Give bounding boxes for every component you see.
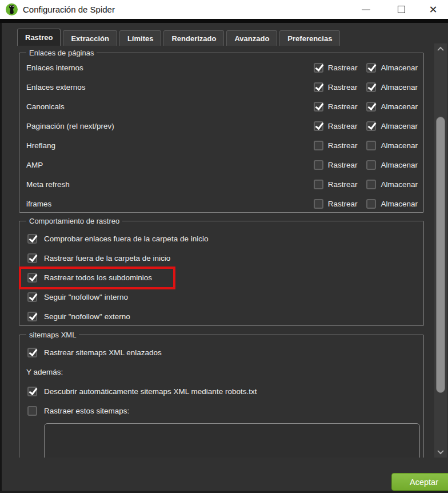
minimize-button[interactable] bbox=[353, 0, 378, 19]
scroll-up-button[interactable] bbox=[434, 45, 447, 54]
spider-configuration-dialog: Configuración de Spider ✕ Rastreo Extrac… bbox=[0, 0, 448, 493]
option-checkbox[interactable] bbox=[27, 273, 37, 283]
crawl-checkbox[interactable] bbox=[314, 199, 323, 209]
window-title: Configuración de Spider bbox=[23, 5, 115, 14]
store-checkbox-label: Almacenar bbox=[381, 161, 418, 169]
crawl-checkbox-label: Rastrear bbox=[328, 83, 358, 92]
titlebar: Configuración de Spider ✕ bbox=[0, 0, 448, 19]
crawl-checkbox-label: Rastrear bbox=[328, 122, 358, 130]
store-checkbox-label: Almacenar bbox=[381, 122, 418, 130]
store-checkbox[interactable] bbox=[366, 121, 376, 131]
store-checkbox-label: Almacenar bbox=[381, 83, 418, 92]
table-row: Enlaces externos Rastrear Almacenar bbox=[19, 77, 423, 97]
option-checkbox[interactable] bbox=[27, 292, 37, 302]
minimize-icon bbox=[362, 9, 370, 10]
crawl-checkbox[interactable] bbox=[314, 121, 323, 131]
option-label: Rastrear sitemaps XML enlazados bbox=[44, 348, 162, 357]
fieldset-legend: Enlaces de páginas bbox=[26, 48, 97, 58]
option-label: Rastrear todos los subdominios bbox=[44, 273, 152, 282]
sitemaps-textarea[interactable] bbox=[44, 423, 420, 458]
list-item: Seguir "nofollow" interno bbox=[19, 287, 423, 307]
option-label: Rastrear fuera de la carpeta de inicio bbox=[44, 254, 170, 263]
list-item: Rastrear sitemaps XML enlazados bbox=[19, 343, 423, 362]
table-row: iframes Rastrear Almacenar bbox=[19, 194, 423, 213]
option-checkbox[interactable] bbox=[27, 253, 37, 263]
tab-panel-rastreo: Enlaces de páginas Enlaces internos Rast… bbox=[2, 43, 448, 458]
screaming-frog-logo-icon bbox=[6, 3, 18, 15]
window-bottom-border bbox=[0, 491, 448, 493]
store-checkbox[interactable] bbox=[366, 82, 376, 92]
accept-button[interactable]: Aceptar bbox=[391, 473, 448, 491]
chevron-down-icon bbox=[437, 448, 443, 454]
close-icon: ✕ bbox=[429, 5, 437, 15]
table-row: Enlaces internos Rastrear Almacenar bbox=[19, 58, 423, 77]
fieldset-legend: sitemaps XML bbox=[26, 330, 79, 340]
crawl-checkbox-label: Rastrear bbox=[328, 102, 358, 111]
row-label: Enlaces internos bbox=[26, 63, 314, 72]
table-row: Meta refresh Rastrear Almacenar bbox=[19, 174, 423, 194]
list-item: Descubrir automáticamente sitemaps XML m… bbox=[19, 381, 423, 401]
option-checkbox[interactable] bbox=[27, 312, 37, 321]
list-item: Seguir "nofollow" externo bbox=[19, 307, 423, 326]
option-label: Rastraer estos sitemaps: bbox=[44, 407, 129, 415]
crawl-checkbox-label: Rastrear bbox=[328, 180, 358, 189]
option-checkbox[interactable] bbox=[27, 348, 37, 357]
row-label: Hreflang bbox=[26, 141, 314, 150]
store-checkbox-label: Almacenar bbox=[381, 102, 418, 111]
crawl-checkbox-label: Rastrear bbox=[328, 161, 358, 169]
crawl-checkbox-label: Rastrear bbox=[328, 63, 358, 72]
crawl-checkbox[interactable] bbox=[314, 102, 323, 112]
table-row: AMP Rastrear Almacenar bbox=[19, 155, 423, 174]
store-checkbox-label: Almacenar bbox=[381, 180, 418, 189]
row-label: Meta refresh bbox=[26, 180, 314, 189]
option-checkbox[interactable] bbox=[27, 387, 37, 396]
fieldset-legend: Comportamiento de rastreo bbox=[26, 216, 122, 226]
list-item: Comprobar enlaces fuera de la carpeta de… bbox=[19, 229, 423, 248]
chevron-up-icon bbox=[437, 47, 443, 53]
table-row: Hreflang Rastrear Almacenar bbox=[19, 136, 423, 155]
store-checkbox[interactable] bbox=[366, 160, 376, 170]
option-label: Descubrir automáticamente sitemaps XML m… bbox=[44, 387, 257, 396]
fieldset-page-links: Enlaces de páginas Enlaces internos Rast… bbox=[19, 53, 424, 213]
row-label: iframes bbox=[26, 200, 314, 208]
table-row: Paginación (rel next/prev) Rastrear Alma… bbox=[19, 116, 423, 136]
crawl-checkbox[interactable] bbox=[314, 63, 323, 73]
scrollbar-thumb[interactable] bbox=[436, 117, 445, 393]
close-button[interactable]: ✕ bbox=[421, 0, 446, 19]
row-label: Enlaces externos bbox=[26, 83, 314, 92]
row-label: Canonicals bbox=[26, 102, 314, 111]
crawl-checkbox[interactable] bbox=[314, 82, 323, 92]
crawl-checkbox-label: Rastrear bbox=[328, 200, 358, 208]
crawl-checkbox[interactable] bbox=[314, 180, 323, 189]
fieldset-xml-sitemaps: sitemaps XML Rastrear sitemaps XML enlaz… bbox=[19, 335, 424, 458]
option-checkbox[interactable] bbox=[27, 406, 37, 416]
list-item: Rastraer estos sitemaps: bbox=[19, 401, 423, 420]
store-checkbox-label: Almacenar bbox=[381, 200, 418, 208]
store-checkbox[interactable] bbox=[366, 199, 376, 209]
scroll-down-button[interactable] bbox=[434, 447, 447, 456]
list-item: Rastrear fuera de la carpeta de inicio bbox=[19, 248, 423, 268]
maximize-button[interactable] bbox=[389, 0, 414, 19]
store-checkbox[interactable] bbox=[366, 63, 376, 73]
crawl-checkbox-label: Rastrear bbox=[328, 141, 358, 150]
table-row: Canonicals Rastrear Almacenar bbox=[19, 97, 423, 116]
option-label: Seguir "nofollow" externo bbox=[44, 312, 130, 321]
store-checkbox[interactable] bbox=[366, 180, 376, 189]
store-checkbox[interactable] bbox=[366, 141, 376, 150]
maximize-icon bbox=[398, 6, 405, 13]
store-checkbox-label: Almacenar bbox=[381, 63, 418, 72]
titlebar-shadow bbox=[0, 19, 448, 23]
option-checkbox[interactable] bbox=[27, 234, 37, 244]
row-label: Paginación (rel next/prev) bbox=[26, 122, 314, 130]
vertical-scrollbar[interactable] bbox=[434, 43, 447, 458]
store-checkbox[interactable] bbox=[366, 102, 376, 112]
option-label: Comprobar enlaces fuera de la carpeta de… bbox=[44, 234, 208, 243]
fieldset-crawl-behaviour: Comportamiento de rastreo Comprobar enla… bbox=[19, 221, 424, 326]
additional-text: Y además: bbox=[19, 362, 423, 381]
crawl-checkbox[interactable] bbox=[314, 141, 323, 150]
crawl-checkbox[interactable] bbox=[314, 160, 323, 170]
store-checkbox-label: Almacenar bbox=[381, 141, 418, 150]
list-item-crawl-all-subdomains: Rastrear todos los subdominios bbox=[19, 268, 423, 287]
row-label: AMP bbox=[26, 161, 314, 169]
option-label: Seguir "nofollow" interno bbox=[44, 293, 128, 301]
